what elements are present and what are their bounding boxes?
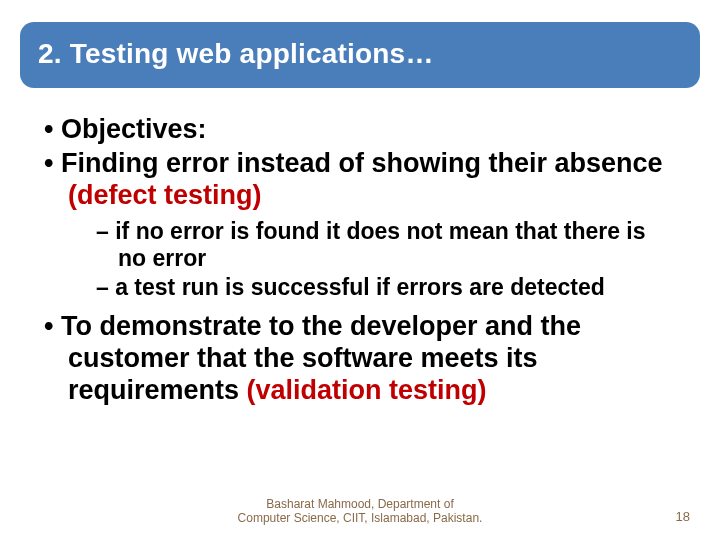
sub-bullet-no-error: if no error is found it does not mean th… [96,218,676,272]
bullet-defect-testing: Finding error instead of showing their a… [44,148,676,212]
bullet-objectives: Objectives: [44,114,676,146]
bullet-defect-pre: Finding error instead of showing their a… [61,148,663,178]
footer-line2: Computer Science, CIIT, Islamabad, Pakis… [0,512,720,526]
sub-bullets: if no error is found it does not mean th… [96,218,676,301]
sub-bullet-successful: a test run is successful if errors are d… [96,274,676,301]
bullet-objectives-text: Objectives: [61,114,207,144]
footer-line1: Basharat Mahmood, Department of [0,498,720,512]
slide-footer: Basharat Mahmood, Department of Computer… [0,498,720,526]
bullet-validation-testing: To demonstrate to the developer and the … [44,311,676,407]
slide-title: 2. Testing web applications… [38,38,682,70]
sub2-post: if errors are detected [370,274,605,300]
bullet-defect-red: (defect testing) [68,180,262,210]
title-bar: 2. Testing web applications… [20,22,700,88]
slide-content: Objectives: Finding error instead of sho… [0,88,720,407]
page-number: 18 [676,509,690,524]
sub1-pre: if no error is found it [115,218,346,244]
bullet-validation-red: (validation testing) [247,375,487,405]
sub1-bold: does not mean [346,218,508,244]
sub2-bold: successful [251,274,370,300]
sub2-pre: a test run is [115,274,250,300]
